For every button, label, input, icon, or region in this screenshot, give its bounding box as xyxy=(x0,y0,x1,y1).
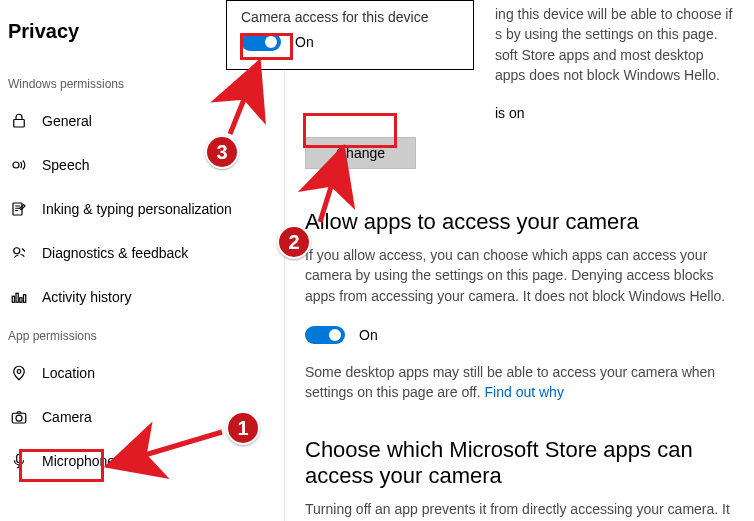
step-badge-2: 2 xyxy=(277,225,311,259)
svg-line-13 xyxy=(320,158,340,222)
svg-line-12 xyxy=(118,432,222,463)
svg-line-14 xyxy=(230,72,255,134)
step-badge-1: 1 xyxy=(226,411,260,445)
step-badge-3: 3 xyxy=(205,135,239,169)
annotation-arrows xyxy=(0,0,754,521)
